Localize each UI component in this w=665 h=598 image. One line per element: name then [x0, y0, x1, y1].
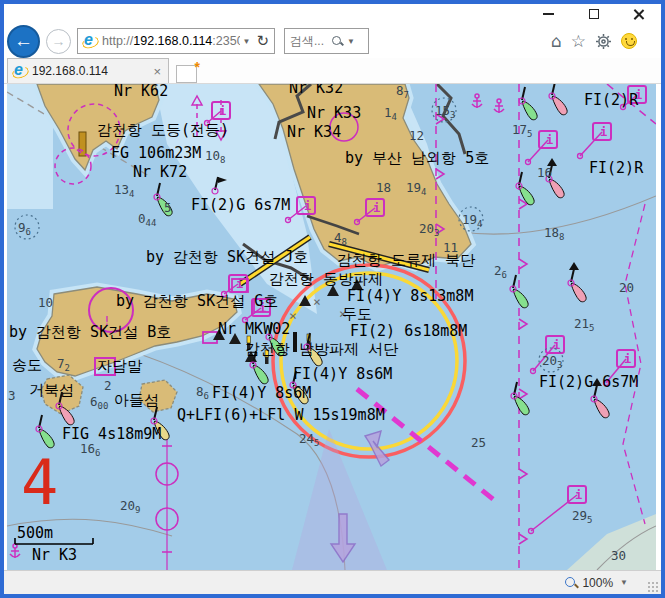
new-tab-star-icon: * [195, 59, 200, 75]
svg-text:i: i [546, 133, 553, 147]
back-arrow-icon: ← [14, 31, 33, 50]
ie-logo-icon: e [82, 33, 99, 50]
svg-text:×: × [313, 294, 321, 309]
depth-number: 25 [471, 435, 486, 450]
url-path: :2350/?mode=ce [212, 34, 239, 48]
tab-192-168-0-114[interactable]: e 192.168.0.114 × [7, 58, 169, 83]
label-gamcheon-range-light: 감천항 도등(전등) [97, 121, 229, 139]
depth-number: 12 [409, 128, 424, 143]
close-icon [633, 8, 645, 20]
label-nr-k33: Nr K33 [307, 104, 361, 122]
tab-ie-logo-icon: e [12, 63, 29, 80]
search-box[interactable]: ▼ [284, 28, 369, 54]
label-east-breakwater: 감천항 동방파제 [269, 270, 383, 288]
back-button[interactable]: ← [7, 25, 40, 58]
close-button[interactable] [616, 4, 661, 24]
label-nr-k32: Nr K32 [289, 84, 343, 97]
label-songdo: 송도 [12, 356, 42, 374]
depth-number: 30 [611, 548, 626, 563]
depth-number: 20 [619, 280, 634, 295]
scale-numeral: 4 [21, 446, 58, 519]
depth-number: 16 [537, 165, 552, 180]
label-fi2g-6s7m-right: FI(2)G 6s7M [539, 373, 638, 391]
label-fi2g-6s7m-left: FI(2)G 6s7M [191, 196, 290, 214]
label-sk-g: by 감천항 SK건설 G호 [116, 292, 278, 310]
label-fg-106m23m: FG 106m23M [111, 144, 201, 162]
label-sk-j: by 감천항 SK건설 J호 [146, 248, 308, 266]
nautical-chart[interactable]: ! ××× 4 iiii [7, 84, 656, 570]
minimize-button[interactable] [526, 4, 571, 24]
status-bar: 100% ▼ [4, 570, 661, 594]
label-qlfi: Q+LFI(6)+LFl W 15s19m8M [177, 406, 385, 424]
url-protocol: http:// [102, 34, 133, 48]
label-south-breakwater-west: 감천항 남방파제 서단 [245, 340, 399, 358]
home-icon[interactable]: ⌂ [551, 33, 562, 50]
zoom-caret-icon: ▼ [617, 578, 631, 587]
zoom-level: 100% [582, 576, 613, 590]
page-content: ! ××× 4 iiii [4, 84, 661, 570]
favorites-star-icon[interactable]: ☆ [571, 33, 586, 50]
url-text: http://192.168.0.114:2350/?mode=ce [102, 34, 240, 48]
search-input[interactable] [285, 33, 331, 49]
label-nr-k72: Nr K72 [133, 163, 187, 181]
label-nr-k34: Nr K34 [287, 123, 341, 141]
depth-number: 2 [104, 378, 112, 393]
depth-number: 5 [164, 200, 172, 215]
label-fi2-6s18m8m: FI(2) 6s18m8M [350, 322, 467, 340]
label-nr-k62: Nr K62 [114, 84, 168, 100]
navigation-bar: ← → e http://192.168.0.114:2350/?mode=ce… [4, 24, 661, 58]
label-fi4y-8s13m8m: FI(4)Y 8s13m8M [347, 287, 473, 305]
browser-window: ← → e http://192.168.0.114:2350/?mode=ce… [0, 0, 665, 598]
svg-text:i: i [304, 199, 311, 213]
url-host: 192.168.0.114 [133, 34, 212, 48]
toolbar-icons: ⌂ ☆ [551, 24, 637, 58]
label-fi4y-8s6m-upper: FI(4)Y 8s6M [293, 365, 392, 383]
label-nr-k3: Nr K3 [32, 546, 77, 564]
address-bar[interactable]: e http://192.168.0.114:2350/?mode=ce ▼ ↻ [77, 28, 275, 54]
label-fi2r-top: FI(2)R [584, 91, 639, 109]
title-bar [4, 4, 661, 24]
svg-text:i: i [236, 277, 243, 291]
label-adeulseom: 아들섬 [114, 391, 159, 409]
new-tab-button[interactable]: * [176, 65, 197, 83]
smiley-feedback-icon[interactable] [621, 33, 637, 49]
label-dudo: 두도 [342, 305, 372, 323]
zoom-control[interactable]: 100% ▼ [564, 576, 641, 590]
resize-grip[interactable] [647, 581, 659, 593]
zoom-magnifier-icon [564, 576, 578, 590]
label-fi2r-mid: FI(2)R [589, 159, 644, 177]
label-doryuje-north: 감천항 도류제 북단 [337, 251, 476, 269]
svg-text:i: i [575, 488, 582, 502]
svg-text:i: i [624, 352, 631, 366]
label-scale-500m: 500m [17, 524, 53, 542]
address-dropdown-caret-icon[interactable]: ▼ [240, 37, 254, 46]
tab-close-icon[interactable]: × [150, 64, 164, 79]
search-icon[interactable] [331, 35, 344, 48]
depth-number: 10 [38, 295, 53, 310]
forward-arrow-icon: → [52, 33, 66, 49]
label-sk-b: by 감천항 SK건설 B호 [9, 323, 171, 341]
label-jadammal: 자담말 [97, 357, 143, 375]
label-nr-mkw02: Nr MKW02 [218, 320, 290, 338]
refresh-icon[interactable]: ↻ [253, 32, 272, 50]
tab-bar: e 192.168.0.114 × * [4, 58, 661, 84]
minimize-icon [543, 13, 554, 15]
depth-number: 18 [376, 180, 391, 195]
depth-number: 3 [8, 388, 16, 403]
maximize-icon [589, 9, 599, 19]
svg-text:i: i [219, 104, 226, 118]
search-dropdown-caret-icon[interactable]: ▼ [344, 37, 358, 46]
label-busan-namoehang-5: by 부산 남외항 5호 [345, 149, 489, 167]
label-fig-4s18m9m: FIG 4s18m9M [62, 425, 161, 443]
svg-text:i: i [373, 201, 380, 215]
label-geobukseom: 거북섬 [29, 381, 74, 399]
svg-text:i: i [553, 338, 560, 352]
label-fi4y-8s6m-lower: FI(4)Y 8s6M [212, 384, 311, 402]
svg-text:i: i [600, 125, 607, 139]
tab-title: 192.168.0.114 [32, 64, 150, 78]
maximize-button[interactable] [571, 4, 616, 24]
gear-icon[interactable] [595, 33, 612, 50]
forward-button[interactable]: → [46, 29, 71, 54]
